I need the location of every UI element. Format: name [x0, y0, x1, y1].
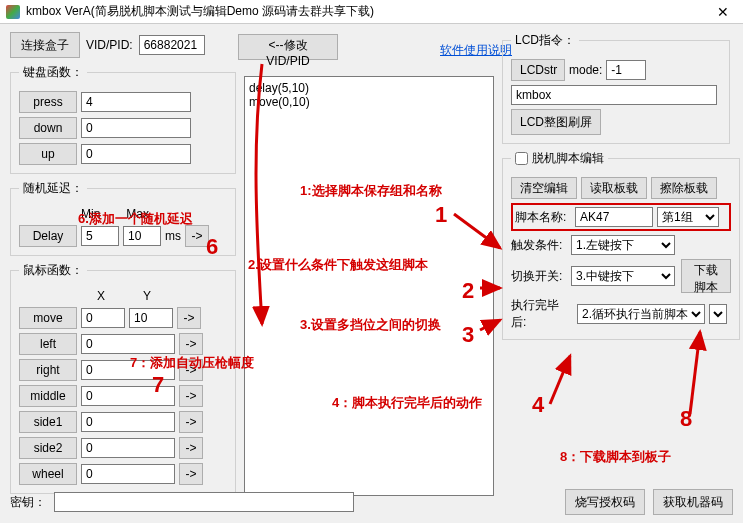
- side1-button[interactable]: side1: [19, 411, 77, 433]
- lcd-legend: LCD指令：: [511, 32, 579, 49]
- lcd-group: LCD指令： LCDstrmode: LCD整图刷屏: [502, 32, 730, 144]
- lcd-refresh-button[interactable]: LCD整图刷屏: [511, 109, 601, 135]
- offline-legend[interactable]: 脱机脚本编辑: [511, 150, 608, 167]
- read-button[interactable]: 读取板载: [581, 177, 647, 199]
- left-input[interactable]: [81, 334, 175, 354]
- download-button[interactable]: 下载脚本: [681, 259, 731, 293]
- vidpid-label: VID/PID:: [86, 38, 133, 52]
- close-icon[interactable]: ✕: [709, 4, 737, 20]
- offline-group: 脱机脚本编辑 清空编辑 读取板载 擦除板载 脚本名称: 第1组 触发条件: 1.…: [502, 150, 740, 340]
- x-label: X: [97, 289, 105, 303]
- vidpid-input[interactable]: [139, 35, 205, 55]
- mode-input[interactable]: [606, 60, 646, 80]
- mouse-group: 鼠标函数： XY move-> left-> right-> middle-> …: [10, 262, 236, 494]
- left-go-button[interactable]: ->: [179, 333, 203, 355]
- y-label: Y: [143, 289, 151, 303]
- delay-min-input[interactable]: [81, 226, 119, 246]
- modify-vidpid-button[interactable]: <--修改VID/PID: [238, 34, 338, 60]
- script-name-label: 脚本名称:: [515, 209, 571, 226]
- wheel-go-button[interactable]: ->: [179, 463, 203, 485]
- trigger-select[interactable]: 1.左键按下: [571, 235, 675, 255]
- wheel-input[interactable]: [81, 464, 175, 484]
- down-button[interactable]: down: [19, 117, 77, 139]
- ms-label: ms: [165, 229, 181, 243]
- clear-button[interactable]: 清空编辑: [511, 177, 577, 199]
- side2-button[interactable]: side2: [19, 437, 77, 459]
- move-button[interactable]: move: [19, 307, 77, 329]
- side2-go-button[interactable]: ->: [179, 437, 203, 459]
- mode-label: mode:: [569, 63, 602, 77]
- lcd-text-input[interactable]: [511, 85, 717, 105]
- key-input[interactable]: [54, 492, 354, 512]
- right-input[interactable]: [81, 360, 175, 380]
- erase-button[interactable]: 擦除板载: [651, 177, 717, 199]
- getid-button[interactable]: 获取机器码: [653, 489, 733, 515]
- script-name-input[interactable]: [575, 207, 653, 227]
- max-label: Max: [126, 207, 149, 221]
- mouse-legend: 鼠标函数：: [19, 262, 87, 279]
- delay-legend: 随机延迟：: [19, 180, 87, 197]
- delay-button[interactable]: Delay: [19, 225, 77, 247]
- middle-input[interactable]: [81, 386, 175, 406]
- burn-button[interactable]: 烧写授权码: [565, 489, 645, 515]
- num-8: 8: [680, 406, 692, 432]
- move-go-button[interactable]: ->: [177, 307, 201, 329]
- switch-select[interactable]: 3.中键按下: [571, 266, 675, 286]
- num-4: 4: [532, 392, 544, 418]
- lcdstr-button[interactable]: LCDstr: [511, 59, 565, 81]
- connect-button[interactable]: 连接盒子: [10, 32, 80, 58]
- right-button[interactable]: right: [19, 359, 77, 381]
- switch-label: 切换开关:: [511, 268, 567, 285]
- middle-button[interactable]: middle: [19, 385, 77, 407]
- script-editor[interactable]: delay(5,10) move(0,10): [244, 76, 494, 496]
- min-label: Min: [81, 207, 100, 221]
- delay-group: 随机延迟： MinMax Delay ms ->: [10, 180, 236, 256]
- move-y-input[interactable]: [129, 308, 173, 328]
- move-x-input[interactable]: [81, 308, 125, 328]
- done-extra-select[interactable]: [709, 304, 727, 324]
- done-label: 执行完毕后:: [511, 297, 573, 331]
- up-input[interactable]: [81, 144, 191, 164]
- offline-checkbox[interactable]: [515, 152, 528, 165]
- left-button[interactable]: left: [19, 333, 77, 355]
- press-input[interactable]: [81, 92, 191, 112]
- press-button[interactable]: press: [19, 91, 77, 113]
- right-go-button[interactable]: ->: [179, 359, 203, 381]
- side1-input[interactable]: [81, 412, 175, 432]
- key-label: 密钥：: [10, 494, 46, 511]
- keyboard-group: 键盘函数： press down up: [10, 64, 236, 174]
- delay-go-button[interactable]: ->: [185, 225, 209, 247]
- titlebar: kmbox VerA(简易脱机脚本测试与编辑Demo 源码请去群共享下载) ✕: [0, 0, 743, 24]
- app-icon: [6, 5, 20, 19]
- keyboard-legend: 键盘函数：: [19, 64, 87, 81]
- wheel-button[interactable]: wheel: [19, 463, 77, 485]
- side1-go-button[interactable]: ->: [179, 411, 203, 433]
- group-select[interactable]: 第1组: [657, 207, 719, 227]
- down-input[interactable]: [81, 118, 191, 138]
- ann-8: 8：下载脚本到板子: [560, 448, 671, 466]
- delay-max-input[interactable]: [123, 226, 161, 246]
- middle-go-button[interactable]: ->: [179, 385, 203, 407]
- side2-input[interactable]: [81, 438, 175, 458]
- up-button[interactable]: up: [19, 143, 77, 165]
- window-title: kmbox VerA(简易脱机脚本测试与编辑Demo 源码请去群共享下载): [26, 3, 709, 20]
- done-select[interactable]: 2.循环执行当前脚本: [577, 304, 705, 324]
- trigger-label: 触发条件:: [511, 237, 567, 254]
